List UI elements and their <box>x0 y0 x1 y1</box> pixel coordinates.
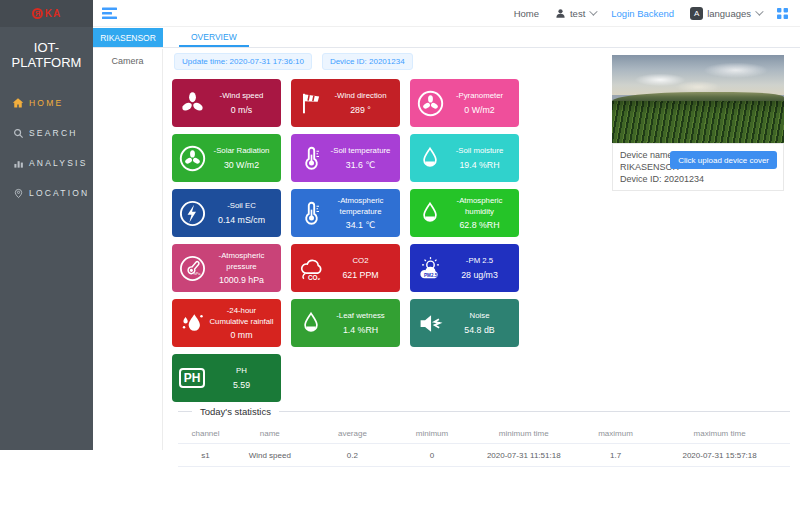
sidebar-item-location[interactable]: LOCATION <box>0 178 93 208</box>
login-backend-label: Login Backend <box>611 8 674 19</box>
sensor-value: 34.1 ℃ <box>326 220 395 230</box>
sensor-card[interactable]: -Atmospheric temperature34.1 ℃ <box>291 189 400 237</box>
sensor-card-text: -Soil EC0.14 mS/cm <box>207 201 278 224</box>
sensor-card-text: -Atmospheric humidity62.8 %RH <box>445 196 516 229</box>
logo-text: KA <box>45 8 61 19</box>
fan-icon <box>177 90 207 117</box>
sensor-card[interactable]: CO₂CO2621 PPM <box>291 244 400 292</box>
hamburger-menu-icon[interactable] <box>102 7 117 20</box>
sensor-card[interactable]: -Soil EC0.14 mS/cm <box>172 189 281 237</box>
table-cell: 0.2 <box>307 444 399 467</box>
sensor-label: -Atmospheric humidity <box>445 196 514 216</box>
tab-rikasensor[interactable]: RIKASENSOR <box>93 28 163 47</box>
drop-icon <box>296 311 326 335</box>
sidebar-item-home[interactable]: HOME <box>0 88 93 118</box>
sensor-label: PH <box>207 366 276 376</box>
languages-label: languages <box>707 8 751 19</box>
stats-column-header: minimum <box>398 424 465 444</box>
user-menu[interactable]: test <box>555 8 595 19</box>
sensor-card-text: -Wind direction289 ° <box>326 91 397 114</box>
sidebar-item-camera[interactable]: Camera <box>93 49 162 73</box>
device-panel: Device name: RIKASENSOR Device ID: 20201… <box>612 55 790 191</box>
sensor-card[interactable]: -Soil moisture19.4 %RH <box>410 134 519 182</box>
statistics-table: channelnameaverageminimumminimum timemax… <box>178 424 790 467</box>
table-cell: s1 <box>178 444 233 467</box>
sensor-card[interactable]: -Atmospheric humidity62.8 %RH <box>410 189 519 237</box>
main-content: Update time: 2020-07-31 17:36:10 Device … <box>172 49 592 402</box>
device-cover-image <box>612 55 784 143</box>
sensor-card[interactable]: PM2.5-PM 2.528 ug/m3 <box>410 244 519 292</box>
sensor-card-text: -Atmospheric temperature34.1 ℃ <box>326 196 397 229</box>
stats-column-header: maximum time <box>649 424 790 444</box>
sensor-card[interactable]: -Wind speed0 m/s <box>172 79 281 127</box>
sensor-label: -PM 2.5 <box>445 256 514 266</box>
sensor-card-text: -Soil temperature31.6 ℃ <box>326 146 397 169</box>
table-cell: 2020-07-31 11:51:18 <box>466 444 582 467</box>
sensor-card-text: -PM 2.528 ug/m3 <box>445 256 516 279</box>
thermometer-icon <box>296 201 326 226</box>
sensor-value: 28 ug/m3 <box>445 270 514 280</box>
stats-column-header: maximum <box>582 424 649 444</box>
sensor-label: -Soil temperature <box>326 146 395 156</box>
sensor-card[interactable]: -Solar Radiation30 W/m2 <box>172 134 281 182</box>
sensor-card[interactable]: Noise54.8 dB <box>410 299 519 347</box>
login-backend-link[interactable]: Login Backend <box>611 8 674 19</box>
speaker-icon <box>415 310 445 337</box>
sensor-label: -Wind direction <box>326 91 395 101</box>
sensor-label: -Soil EC <box>207 201 276 211</box>
raindrops-icon <box>177 310 207 337</box>
sensor-card[interactable]: hPa-Atmospheric pressure1000.9 hPa <box>172 244 281 292</box>
languages-menu[interactable]: A languages <box>690 7 761 20</box>
sensor-label: -Soil moisture <box>445 146 514 156</box>
rika-logo-icon: R <box>32 8 43 19</box>
search-icon <box>12 127 24 139</box>
sensor-label: -Atmospheric temperature <box>326 196 395 216</box>
sidebar-nav: HOMESEARCHANALYSISLOCATION <box>0 88 93 208</box>
sensor-card-text: -Pyranometer0 W/m2 <box>445 91 516 114</box>
topbar-home-link[interactable]: Home <box>514 8 539 19</box>
sub-sidebar: Camera <box>93 49 163 450</box>
sensor-value: 0 mm <box>207 330 276 340</box>
upload-cover-button[interactable]: Click upload device cover <box>670 151 777 169</box>
sensor-value: 0.14 mS/cm <box>207 215 276 225</box>
sensor-value: 1000.9 hPa <box>207 275 276 285</box>
sensor-card[interactable]: -Leaf wetness1.4 %RH <box>291 299 400 347</box>
home-icon <box>12 97 24 109</box>
sensor-card-text: -24-hour Cumulative rainfall0 mm <box>207 306 278 339</box>
sensor-label: -24-hour Cumulative rainfall <box>207 306 276 326</box>
app-title: IOT-PLATFORM <box>0 40 93 70</box>
sensor-card[interactable]: PHPH5.59 <box>172 354 281 402</box>
sidebar-item-label: LOCATION <box>29 188 89 198</box>
drop-icon <box>415 201 445 225</box>
sensor-label: -Wind speed <box>207 91 276 101</box>
fan-circle-icon <box>177 145 207 172</box>
sensor-label: CO2 <box>326 256 395 266</box>
sidebar-item-analysis[interactable]: ANALYSIS <box>0 148 93 178</box>
topbar-home-label: Home <box>514 8 539 19</box>
sensor-card-text: PH5.59 <box>207 366 278 389</box>
sensor-value: 30 W/m2 <box>207 160 276 170</box>
sidebar-item-search[interactable]: SEARCH <box>0 118 93 148</box>
sensor-card[interactable]: -Soil temperature31.6 ℃ <box>291 134 400 182</box>
chevron-down-icon <box>589 7 597 15</box>
fullscreen-button[interactable] <box>777 8 788 19</box>
sensor-card[interactable]: -24-hour Cumulative rainfall0 mm <box>172 299 281 347</box>
languages-icon: A <box>690 7 703 20</box>
tab-overview[interactable]: OVERVIEW <box>179 28 249 47</box>
device-id-value: Device ID: 20201234 <box>620 173 776 185</box>
sensor-card[interactable]: -Pyranometer0 W/m2 <box>410 79 519 127</box>
windsock-icon <box>296 90 326 116</box>
sensor-card-text: Noise54.8 dB <box>445 311 516 334</box>
chevron-down-icon <box>755 7 763 15</box>
sensor-card[interactable]: -Wind direction289 ° <box>291 79 400 127</box>
ph-icon: PH <box>177 368 207 388</box>
sensor-card-text: -Solar Radiation30 W/m2 <box>207 146 278 169</box>
table-cell: 1.7 <box>582 444 649 467</box>
username: test <box>570 8 585 19</box>
sensor-card-text: CO2621 PPM <box>326 256 397 279</box>
analysis-icon <box>12 157 24 169</box>
table-cell: 0 <box>398 444 465 467</box>
drop-icon <box>415 146 445 170</box>
sensor-value: 1.4 %RH <box>326 325 395 335</box>
sensor-value: 19.4 %RH <box>445 160 514 170</box>
